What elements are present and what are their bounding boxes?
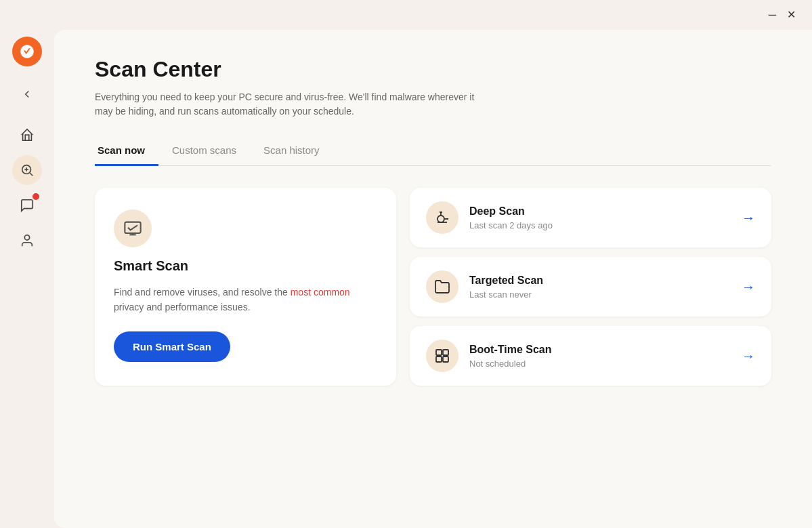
- avast-logo-icon: [18, 43, 36, 60]
- targeted-scan-icon-wrap: [426, 270, 458, 303]
- minimize-button[interactable]: ─: [763, 7, 782, 23]
- smart-scan-title: Smart Scan: [114, 258, 377, 274]
- boot-scan-subtitle: Not scheduled: [469, 359, 731, 369]
- targeted-scan-text: Targeted Scan Last scan never: [469, 275, 731, 300]
- scan-list: Deep Scan Last scan 2 days ago → Targete…: [410, 188, 771, 386]
- microscope-icon: [434, 209, 450, 226]
- folder-icon: [434, 279, 450, 295]
- tab-bar: Scan now Custom scans Scan history: [95, 138, 771, 166]
- notification-badge: [31, 192, 41, 201]
- deep-scan-icon-wrap: [426, 201, 458, 234]
- tab-custom-scans[interactable]: Custom scans: [158, 138, 250, 166]
- sidebar-item-account[interactable]: [12, 226, 42, 256]
- boot-scan-name: Boot-Time Scan: [469, 344, 731, 356]
- svg-rect-11: [436, 357, 442, 362]
- sidebar: [0, 30, 54, 528]
- targeted-scan-item[interactable]: Targeted Scan Last scan never →: [410, 257, 771, 317]
- svg-rect-12: [443, 357, 448, 362]
- tab-scan-now[interactable]: Scan now: [95, 138, 158, 166]
- computer-scan-icon: [123, 219, 142, 238]
- page-title: Scan Center: [95, 57, 771, 82]
- boot-scan-arrow-icon: →: [742, 348, 755, 364]
- tab-scan-history[interactable]: Scan history: [250, 138, 333, 166]
- boot-scan-icon-wrap: [426, 340, 458, 372]
- app-container: Scan Center Everything you need to keep …: [0, 30, 812, 528]
- run-smart-scan-button[interactable]: Run Smart Scan: [114, 331, 230, 362]
- targeted-scan-subtitle: Last scan never: [469, 289, 731, 300]
- page-subtitle: Everything you need to keep your PC secu…: [95, 90, 488, 119]
- title-bar: ─ ✕: [0, 0, 812, 30]
- deep-scan-name: Deep Scan: [469, 205, 731, 218]
- boot-scan-text: Boot-Time Scan Not scheduled: [469, 344, 731, 369]
- smart-scan-card: Smart Scan Find and remove viruses, and …: [95, 188, 396, 386]
- windows-icon: [434, 348, 450, 364]
- deep-scan-item[interactable]: Deep Scan Last scan 2 days ago →: [410, 188, 771, 247]
- main-content: Scan Center Everything you need to keep …: [54, 30, 812, 528]
- deep-scan-arrow-icon: →: [742, 210, 755, 226]
- svg-point-4: [24, 235, 29, 240]
- close-button[interactable]: ✕: [782, 7, 801, 23]
- user-icon: [20, 233, 35, 248]
- smart-scan-description: Find and remove viruses, and resolve the…: [114, 285, 377, 315]
- sidebar-item-scan[interactable]: [12, 155, 42, 185]
- sidebar-back-button[interactable]: [16, 83, 39, 109]
- deep-scan-text: Deep Scan Last scan 2 days ago: [469, 205, 731, 230]
- app-logo[interactable]: [12, 37, 42, 66]
- emphasis-text: most common: [291, 287, 350, 298]
- targeted-scan-name: Targeted Scan: [469, 275, 731, 287]
- targeted-scan-arrow-icon: →: [742, 279, 755, 295]
- smart-scan-icon-wrap: [114, 209, 152, 247]
- home-icon: [20, 127, 35, 142]
- svg-rect-10: [443, 350, 448, 355]
- svg-point-8: [437, 216, 444, 222]
- sidebar-item-notifications[interactable]: [12, 190, 42, 220]
- sidebar-item-home[interactable]: [12, 120, 42, 150]
- boot-time-scan-item[interactable]: Boot-Time Scan Not scheduled →: [410, 326, 771, 386]
- scan-icon: [20, 163, 35, 178]
- deep-scan-subtitle: Last scan 2 days ago: [469, 220, 731, 230]
- scan-grid: Smart Scan Find and remove viruses, and …: [95, 188, 771, 386]
- svg-rect-9: [436, 350, 442, 355]
- chevron-left-icon: [21, 88, 33, 100]
- svg-line-1: [30, 173, 33, 176]
